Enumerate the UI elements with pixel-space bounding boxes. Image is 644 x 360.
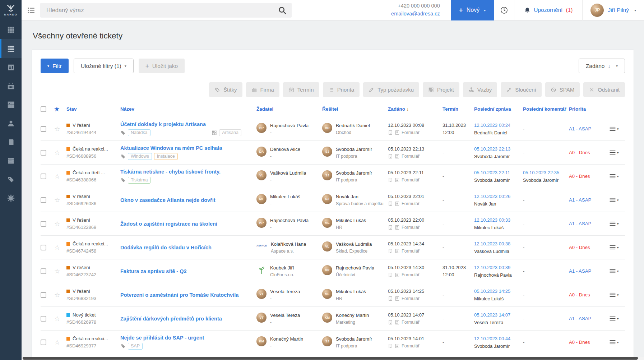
- table-row[interactable]: ☆ V řešení #SD46122869 Žádost o zajištěn…: [41, 212, 625, 236]
- select-all-checkbox[interactable]: [41, 106, 46, 112]
- row-menu-button[interactable]: ▾: [609, 197, 625, 203]
- column-header-priorita[interactable]: Priorita: [569, 106, 609, 112]
- sidebar-item-news[interactable]: [0, 58, 22, 77]
- contact-email-link[interactable]: emailova@adresa.cz: [391, 10, 440, 18]
- row-menu-button[interactable]: ▾: [609, 150, 625, 155]
- last-comment-date-link[interactable]: -: [523, 221, 569, 226]
- row-checkbox[interactable]: [41, 292, 46, 298]
- sidebar-item-apps[interactable]: [0, 20, 22, 39]
- last-message-date-link[interactable]: 12.10.2023 00:39: [474, 265, 523, 270]
- action-tags-button[interactable]: Štítky: [209, 82, 242, 97]
- star-outline-icon[interactable]: ☆: [54, 315, 66, 323]
- last-comment-date-link[interactable]: 05.10.2023 22:35: [523, 170, 569, 175]
- scrollbar-thumb[interactable]: [23, 357, 638, 360]
- action-request-type-button[interactable]: Typ požadavku: [363, 82, 419, 97]
- ticket-title-link[interactable]: Tiskárna netiskne - chyba tiskové fronty…: [120, 169, 221, 175]
- sidebar-item-calendar[interactable]: [0, 77, 22, 95]
- last-message-date-link[interactable]: 05.10.2023 14:07: [474, 312, 523, 318]
- sidebar-item-knowledge[interactable]: [0, 133, 22, 151]
- table-row[interactable]: ☆ Čeká na reakci... #SD46688956 Aktualiz…: [41, 141, 625, 165]
- action-merge-button[interactable]: Sloučení: [501, 82, 541, 97]
- last-comment-date-link[interactable]: -: [523, 126, 569, 131]
- ticket-title-link[interactable]: Nejde se přihlásit do SAP - urgent: [120, 335, 204, 341]
- last-message-date-link[interactable]: 05.10.2023 22:11: [474, 170, 523, 175]
- column-header-posledni-komentar[interactable]: Poslední komentář: [523, 106, 569, 112]
- star-outline-icon[interactable]: ☆: [54, 291, 66, 299]
- filter-button[interactable]: ▾ Filtr: [41, 59, 69, 73]
- last-message-date-link[interactable]: 12.10.2023 00:38: [474, 241, 523, 246]
- row-checkbox[interactable]: [41, 126, 46, 132]
- row-menu-button[interactable]: ▾: [609, 316, 625, 321]
- last-message-date-link[interactable]: 12.10.2023 00:44: [474, 336, 523, 341]
- recent-history-button[interactable]: [494, 0, 514, 20]
- row-checkbox[interactable]: [41, 316, 46, 322]
- search-input[interactable]: [40, 3, 292, 18]
- table-row[interactable]: ☆ V řešení #SD46223742 Faktura za správu…: [41, 259, 625, 283]
- ticket-title-link[interactable]: Okno v zasedačce Atlanta nejde dovřit: [120, 197, 216, 203]
- ticket-title-link[interactable]: Dodávka regálů do skladu v Hořicích: [120, 245, 212, 250]
- star-outline-icon[interactable]: ☆: [54, 196, 66, 204]
- ticket-title-link[interactable]: Faktura za správu sítě - Q2: [120, 268, 187, 274]
- column-header-zadano[interactable]: Zadáno ↓: [388, 106, 443, 112]
- search-scope-menu-button[interactable]: [22, 6, 40, 14]
- last-message-date-link[interactable]: 12.10.2023 00:26: [474, 194, 523, 199]
- ticket-title-link[interactable]: Zajištění dárkových předmětů pro klienta: [120, 316, 222, 322]
- star-outline-icon[interactable]: ☆: [54, 244, 66, 251]
- star-outline-icon[interactable]: ☆: [54, 149, 66, 157]
- action-due-date-button[interactable]: Termín: [283, 82, 319, 97]
- action-relations-button[interactable]: Vazby: [463, 82, 497, 97]
- sidebar-item-contacts[interactable]: [0, 114, 22, 133]
- column-header-nazev[interactable]: Název: [120, 106, 256, 112]
- user-menu-button[interactable]: JP Jiří Pilný ▾: [583, 4, 644, 17]
- star-outline-icon[interactable]: ☆: [54, 172, 66, 180]
- row-checkbox[interactable]: [41, 340, 46, 345]
- last-comment-date-link[interactable]: -: [523, 245, 569, 250]
- notifications-button[interactable]: Upozornění (1): [514, 0, 583, 20]
- save-filter-as-button[interactable]: + Uložit jako: [139, 59, 185, 73]
- table-row[interactable]: ☆ Nový ticket #SD46626978 Zajištění dárk…: [41, 307, 625, 331]
- row-checkbox[interactable]: [41, 197, 46, 203]
- action-spam-button[interactable]: SPAM: [545, 82, 580, 97]
- row-checkbox[interactable]: [41, 268, 46, 274]
- action-delete-button[interactable]: Odstranit: [583, 82, 625, 97]
- row-checkbox[interactable]: [41, 174, 46, 179]
- row-checkbox[interactable]: [41, 221, 46, 227]
- sidebar-item-settings[interactable]: [0, 189, 22, 207]
- sidebar-item-tasks[interactable]: [0, 95, 22, 114]
- row-menu-button[interactable]: ▾: [609, 174, 625, 179]
- search-icon[interactable]: [278, 6, 287, 15]
- row-menu-button[interactable]: ▾: [609, 221, 625, 226]
- table-row[interactable]: ☆ Čeká na reakci... #SD46742458 Dodávka …: [41, 236, 625, 259]
- saved-filters-button[interactable]: Uložené filtry (1) ▾: [74, 59, 134, 73]
- ticket-title-link[interactable]: Potvrzení o zaměstnání pro Tomáše Kratoc…: [120, 292, 238, 298]
- star-outline-icon[interactable]: ☆: [54, 338, 66, 346]
- action-project-button[interactable]: Projekt: [423, 82, 459, 97]
- star-filled-icon[interactable]: ★: [54, 106, 66, 112]
- last-comment-date-link[interactable]: -: [523, 197, 569, 203]
- sidebar-item-tickets[interactable]: [0, 39, 22, 58]
- last-message-date-link[interactable]: 12.10.2023 00:33: [474, 217, 523, 223]
- last-comment-date-link[interactable]: -: [523, 292, 569, 297]
- column-header-termin[interactable]: Termín: [443, 106, 474, 112]
- last-comment-date-link[interactable]: -: [523, 340, 569, 345]
- action-priority-button[interactable]: Priorita: [323, 82, 360, 97]
- table-row[interactable]: ☆ Čeká na třetí ... #SD46388066 Tiskárna…: [41, 165, 625, 188]
- star-outline-icon[interactable]: ☆: [54, 220, 66, 228]
- action-company-button[interactable]: Firma: [246, 82, 279, 97]
- sidebar-item-tags[interactable]: [0, 170, 22, 189]
- row-menu-button[interactable]: ▾: [609, 340, 625, 345]
- sidebar-item-assets[interactable]: [0, 151, 22, 170]
- ticket-title-link[interactable]: Účetní doklady k projektu Artisana: [120, 121, 206, 127]
- last-message-date-link[interactable]: 05.10.2023 14:25: [474, 289, 523, 294]
- column-header-resitel[interactable]: Řešitel: [322, 106, 388, 112]
- last-comment-date-link[interactable]: -: [523, 316, 569, 321]
- horizontal-scrollbar[interactable]: [22, 357, 644, 360]
- column-header-posledni-zprava[interactable]: Poslední zpráva: [474, 106, 523, 112]
- row-menu-button[interactable]: ▾: [609, 268, 625, 274]
- column-header-zadatel[interactable]: Žadatel: [256, 106, 322, 112]
- last-message-date-link[interactable]: 05.10.2023 22:13: [474, 146, 523, 152]
- last-comment-date-link[interactable]: -: [523, 268, 569, 274]
- app-logo[interactable]: NARDO: [0, 0, 22, 20]
- star-outline-icon[interactable]: ☆: [54, 125, 66, 133]
- row-menu-button[interactable]: ▾: [609, 126, 625, 131]
